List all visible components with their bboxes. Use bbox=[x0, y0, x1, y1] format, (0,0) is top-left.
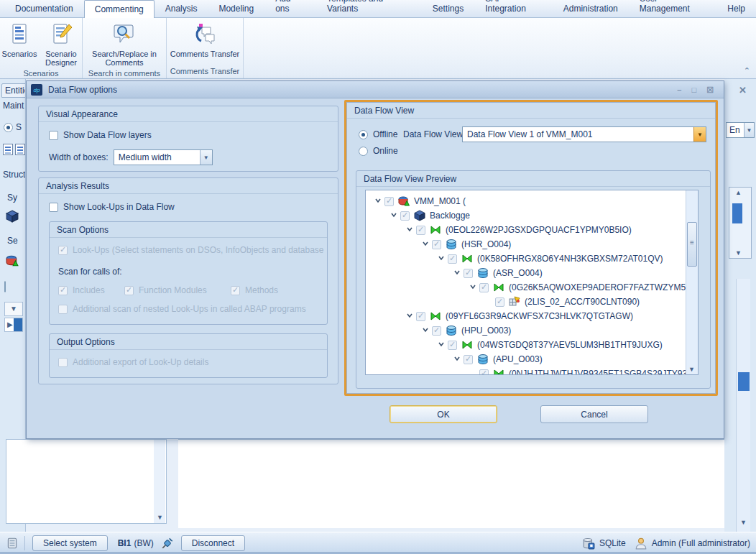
expander-chevron-icon[interactable] bbox=[387, 211, 400, 221]
tree-row[interactable]: (ASR_O004) bbox=[366, 266, 686, 280]
tree-row[interactable]: (HPU_O003) bbox=[366, 323, 686, 338]
expander-chevron-icon[interactable] bbox=[451, 268, 464, 278]
tree-row[interactable]: (09YFL6G3R9ACKWFSX7C3HLVK7QTGTAGW) bbox=[366, 309, 686, 323]
tree-checkbox[interactable] bbox=[464, 355, 473, 364]
tree-checkbox[interactable] bbox=[416, 226, 425, 235]
checkbox-label: Look-Ups (Select statements on DSOs, Inf… bbox=[73, 245, 324, 255]
filter-row[interactable]: ▼ bbox=[4, 302, 23, 316]
chevron-down-icon[interactable]: ▼ bbox=[200, 150, 212, 165]
tree-row[interactable]: (04WSTGDQ8T37YAEV5LUM3HB1THT9JUXG) bbox=[366, 338, 686, 352]
tree-row[interactable]: (2LIS_02_ACC/T90CLNT090) bbox=[366, 295, 686, 309]
scrollbar-track[interactable] bbox=[154, 440, 165, 523]
offline-radio-row[interactable]: Offline bbox=[359, 129, 397, 139]
expander-chevron-icon[interactable] bbox=[451, 354, 464, 364]
disconnect-button[interactable]: Disconnect bbox=[181, 535, 245, 551]
document-icon[interactable] bbox=[3, 144, 13, 155]
scroll-down-icon[interactable]: ▼ bbox=[157, 514, 163, 521]
minimize-icon[interactable]: – bbox=[677, 85, 681, 95]
menu-tab-settings[interactable]: Settings bbox=[422, 0, 474, 17]
online-radio-row[interactable]: Online bbox=[359, 146, 398, 156]
selected-row[interactable]: ▶ bbox=[4, 318, 23, 332]
background-mini-scrollbar[interactable]: ▲ ▼ bbox=[729, 187, 752, 259]
show-lookups-checkbox[interactable] bbox=[49, 203, 58, 212]
background-scrollbar[interactable]: ▼ bbox=[736, 279, 750, 532]
tree-row[interactable]: (0NJHJTHJWTHJVB9345ET1SGB4S29JTY93) bbox=[366, 366, 686, 375]
scroll-thumb[interactable] bbox=[687, 222, 697, 267]
tree-checkbox[interactable] bbox=[464, 269, 473, 278]
tree-checkbox[interactable] bbox=[479, 369, 489, 376]
scenario-designer-button[interactable]: Scenario Designer bbox=[40, 21, 82, 69]
tree-checkbox[interactable] bbox=[448, 341, 457, 350]
comments-transfer-button[interactable]: Comments Transfer bbox=[167, 21, 243, 60]
scroll-thumb[interactable] bbox=[732, 203, 742, 223]
tree-checkbox[interactable] bbox=[448, 254, 457, 264]
tree-checkbox[interactable] bbox=[479, 283, 489, 292]
expander-chevron-icon[interactable] bbox=[372, 196, 384, 206]
chevron-down-icon[interactable]: ▼ bbox=[693, 127, 706, 142]
background-radio[interactable] bbox=[4, 123, 13, 132]
tree-row[interactable]: (APU_O003) bbox=[366, 352, 686, 366]
expander-chevron-icon[interactable] bbox=[466, 282, 479, 292]
expander-chevron-icon[interactable] bbox=[419, 239, 432, 249]
search-replace-in-comments-button[interactable]: Search/Replace in Comments bbox=[83, 21, 166, 69]
data-flow-view-combobox[interactable]: Data Flow View 1 of VMM_M001 ▼ bbox=[462, 126, 706, 142]
document-icon[interactable] bbox=[15, 144, 25, 155]
close-icon[interactable]: ☒ bbox=[706, 85, 714, 95]
scroll-down-icon[interactable]: ▼ bbox=[740, 519, 747, 526]
system-id: BI1 bbox=[118, 538, 132, 548]
expander-chevron-icon[interactable] bbox=[419, 326, 432, 336]
scroll-up-icon[interactable]: ▲ bbox=[735, 189, 742, 196]
background-checkbox[interactable] bbox=[4, 282, 6, 292]
background-tab-entities[interactable]: Entitie bbox=[1, 83, 26, 98]
language-combobox[interactable]: En ▼ bbox=[726, 122, 755, 138]
menu-tab-sap-integration[interactable]: SAP Integration bbox=[474, 0, 553, 17]
menu-tab-add-ons[interactable]: Add-ons bbox=[264, 0, 316, 17]
cancel-button[interactable]: Cancel bbox=[540, 405, 648, 423]
width-of-boxes-combobox[interactable]: Medium width ▼ bbox=[114, 149, 213, 165]
show-lookups-row[interactable]: Show Look-Ups in Data Flow bbox=[49, 202, 175, 212]
menu-tab-analysis[interactable]: Analysis bbox=[155, 0, 208, 17]
tree-checkbox[interactable] bbox=[495, 297, 504, 307]
show-data-flow-layers-row[interactable]: Show Data Flow layers bbox=[49, 130, 152, 140]
tree-checkbox[interactable] bbox=[384, 197, 394, 206]
ok-button[interactable]: OK bbox=[389, 405, 497, 423]
chevron-down-icon[interactable]: ▼ bbox=[744, 123, 754, 137]
tree-checkbox[interactable] bbox=[416, 312, 425, 321]
dialog-title-bar[interactable]: dp Data Flow options – □ ☒ bbox=[27, 81, 724, 98]
tree-checkbox[interactable] bbox=[432, 326, 441, 336]
scenarios-button[interactable]: Scenarios bbox=[0, 21, 39, 60]
menu-tab-user-management[interactable]: User Management bbox=[629, 0, 717, 17]
tree-row[interactable]: Backlogge bbox=[366, 208, 686, 223]
ribbon-collapse-icon[interactable]: ⌃ bbox=[744, 66, 750, 75]
tree-checkbox[interactable] bbox=[432, 240, 441, 249]
tree-row[interactable]: (0EOL226W2PJGSXDGPQUACF1YPMY0B5IO) bbox=[366, 223, 686, 237]
transformation-icon bbox=[461, 253, 473, 264]
expander-chevron-icon[interactable] bbox=[435, 340, 448, 350]
menu-tab-modeling[interactable]: Modeling bbox=[208, 0, 264, 17]
scroll-thumb[interactable] bbox=[738, 372, 750, 391]
tree-checkbox[interactable] bbox=[400, 211, 410, 221]
offline-radio[interactable] bbox=[359, 130, 368, 139]
menu-tab-documentation[interactable]: Documentation bbox=[4, 0, 84, 17]
menu-tab-administration[interactable]: Administration bbox=[553, 0, 629, 17]
close-icon[interactable]: ✕ bbox=[739, 85, 747, 96]
expander-chevron-icon[interactable] bbox=[403, 311, 416, 321]
scan-options-group: Scan Options Look-Ups (Select statements… bbox=[49, 221, 328, 325]
scroll-down-icon[interactable]: ▼ bbox=[688, 366, 695, 373]
background-radio-row[interactable]: S bbox=[4, 122, 22, 132]
online-radio[interactable] bbox=[359, 147, 368, 156]
tree-row[interactable]: VMM_M001 ( bbox=[366, 194, 686, 208]
preview-scrollbar[interactable]: ▼ bbox=[686, 190, 698, 374]
show-data-flow-layers-checkbox[interactable] bbox=[49, 131, 58, 140]
menu-tab-templates-and-variants[interactable]: Templates and Variants bbox=[316, 0, 422, 17]
select-system-button[interactable]: Select system bbox=[32, 535, 108, 551]
expander-chevron-icon[interactable] bbox=[403, 225, 416, 235]
restore-icon[interactable]: □ bbox=[691, 85, 696, 95]
tree-row[interactable]: (0K58OFHRGX8O6Y4NH3KGBXSM72AT01QV) bbox=[366, 251, 686, 266]
menu-tab-commenting[interactable]: Commenting bbox=[84, 0, 155, 18]
menu-tab-help[interactable]: Help bbox=[716, 0, 756, 17]
scroll-down-icon[interactable]: ▼ bbox=[735, 249, 742, 257]
expander-chevron-icon[interactable] bbox=[435, 254, 448, 264]
tree-row[interactable]: (0G26K5AQWOXEP9ADEROF7FAZTWZYM51M) bbox=[366, 280, 686, 295]
tree-row[interactable]: (HSR_O004) bbox=[366, 237, 686, 251]
